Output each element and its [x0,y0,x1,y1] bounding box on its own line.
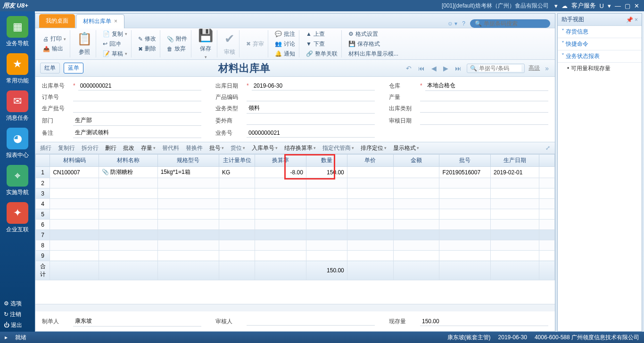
horizontal-scrollbar[interactable] [35,304,555,311]
toggle-icon[interactable]: ▸ [5,334,8,341]
nav-common-icon[interactable]: ★ [7,53,28,75]
data-grid[interactable]: 材料编码 材料名称 规格型号 主计量单位 换算率 数量 单价 金额 批号 生产日… [35,154,555,280]
cell-qty[interactable]: 150.00 [306,167,347,178]
copy-button[interactable]: 📄 复制 [102,30,128,39]
related-button[interactable]: 🔗 整单关联 [305,49,339,58]
panel-item-avail[interactable]: • 可用量和现存量 [558,63,642,74]
options-link[interactable]: ⚙ 选项 [0,298,35,309]
discard-button[interactable]: 🗑 放弃 [166,44,188,53]
panel-sec-stock[interactable]: ˅ 存货信息 [558,26,642,38]
red-bill-tab[interactable]: 红单 [40,63,60,74]
back-button[interactable]: ↩ 回冲 [102,40,128,49]
col-extra[interactable] [539,155,555,167]
display-button[interactable]: 材料出库单显示模... [347,49,399,58]
next-icon[interactable]: ▶ [443,65,448,72]
col-qty[interactable]: 数量 [306,155,347,167]
batch-button[interactable]: 批改 [123,144,134,152]
inbill-button[interactable]: 入库单号 [252,144,278,152]
nav-report-icon[interactable]: ◕ [7,128,28,149]
traceup-button[interactable]: ▲ 上查 [305,30,339,39]
prev-icon[interactable]: ◀ [431,65,437,72]
lot-button[interactable]: 批号 [209,144,224,152]
remark-value[interactable]: 生产测试领料 [73,128,201,138]
minimize-button[interactable]: — [615,2,621,9]
table-row[interactable]: 9 [36,251,555,261]
panel-sec-report[interactable]: ˅ 业务状态报表 [558,50,642,63]
qtyout-value[interactable] [420,93,548,101]
insert-row-button[interactable]: 插行 [40,144,51,152]
attach-button[interactable]: 📎 附件 [166,34,188,43]
first-icon[interactable]: ⏮ [418,65,425,72]
advanced-link[interactable]: 高级 [528,64,540,72]
cell-price[interactable] [347,167,393,178]
prodcode-value[interactable] [247,93,375,101]
print-button[interactable]: 🖨 打印 [42,34,67,43]
saveformat-button[interactable]: 💾 保存格式 [347,40,399,49]
copy-row-button[interactable]: 复制行 [58,144,75,152]
auditor-value[interactable] [247,317,375,326]
col-lot[interactable]: 批号 [439,155,491,167]
stock-value[interactable]: 150.00 [420,317,548,326]
carryrate-button[interactable]: 结存换算率 [284,144,316,152]
loc-button[interactable]: 货位 [231,144,245,152]
col-code[interactable]: 材料编码 [50,155,99,167]
u-menu[interactable]: U [600,2,604,9]
col-amt[interactable]: 金额 [393,155,439,167]
table-row[interactable]: 5 [36,209,555,220]
cell-code[interactable]: CN100007 [50,167,99,178]
undo-icon[interactable]: ↶ [406,65,412,72]
edit-button[interactable]: ✎ 修改 [137,34,157,43]
docno-value[interactable]: 0000000021 [78,82,201,90]
barcode-search-input[interactable] [484,20,540,27]
col-name[interactable]: 材料名称 [99,155,157,167]
table-row[interactable]: 1 CN100007 📎 防潮糖粉 15kg*1=1箱 KG -8.00 150… [36,167,555,178]
tracedown-button[interactable]: ▼ 下查 [305,40,339,49]
bizno-value[interactable]: 0000000021 [247,129,375,138]
cell-amt[interactable] [393,167,439,178]
sort-button[interactable]: 排序定位 [361,144,387,152]
service-icon[interactable]: ☁ [561,2,568,9]
maximize-button[interactable]: ▢ [625,2,630,9]
order-value[interactable] [73,93,201,101]
audit-button[interactable]: ✔审核 [223,31,236,57]
nav-impl-icon[interactable]: ⌖ [7,165,28,187]
stock-button[interactable]: 存量 [141,144,156,152]
nav-business-icon[interactable]: ▦ [7,16,28,38]
tab-desktop[interactable]: 我的桌面 [39,14,75,28]
keeper-button[interactable]: 指定代管商 [322,144,354,152]
delete-button[interactable]: ✖ 删除 [137,44,157,53]
doc-search-input[interactable] [479,65,521,72]
delete-row-button[interactable]: 删行 [105,144,116,152]
note-button[interactable]: 💬 批注 [274,30,296,39]
cell-spec[interactable]: 15kg*1=1箱 [157,167,219,178]
col-pdate[interactable]: 生产日期 [491,155,539,167]
col-unit[interactable]: 主计量单位 [219,155,255,167]
table-row[interactable]: 8 [36,240,555,251]
cell-pdate[interactable]: 2019-02-01 [491,167,539,178]
last-icon[interactable]: ⏭ [455,65,462,72]
split-row-button[interactable]: 拆分行 [82,144,99,152]
tab-material-out[interactable]: 材料出库单× [76,14,124,28]
format-button[interactable]: 显示格式 [393,144,419,152]
maker-value[interactable]: 康东坡 [73,316,201,327]
col-spec[interactable]: 规格型号 [157,155,219,167]
outtype-value[interactable] [420,104,548,113]
pin-icon[interactable]: 📌 × [626,16,638,23]
help-icon[interactable]: ? [462,20,465,27]
table-row[interactable]: 7 [36,230,555,240]
batch-value[interactable] [73,104,201,113]
blue-bill-tab[interactable]: 蓝单 [64,63,83,74]
altpart-button[interactable]: 替换件 [186,144,203,152]
dept-value[interactable]: 生产部 [73,115,201,126]
cell-rate[interactable]: -8.00 [255,167,306,178]
biztype-value[interactable]: 领料 [247,103,375,114]
outsrc-value[interactable] [247,116,375,125]
expand-icon[interactable]: » [545,65,549,72]
reference-button[interactable]: 📋参照 [76,31,93,57]
smiley-icon[interactable]: ☺ ▾ [447,20,458,27]
date-value[interactable]: 2019-06-30 [252,82,375,90]
save-button[interactable]: 💾保存 [197,28,214,60]
col-price[interactable]: 单价 [347,155,393,167]
service-label[interactable]: 客户服务 [571,1,596,10]
auditdate-value[interactable] [420,116,548,125]
